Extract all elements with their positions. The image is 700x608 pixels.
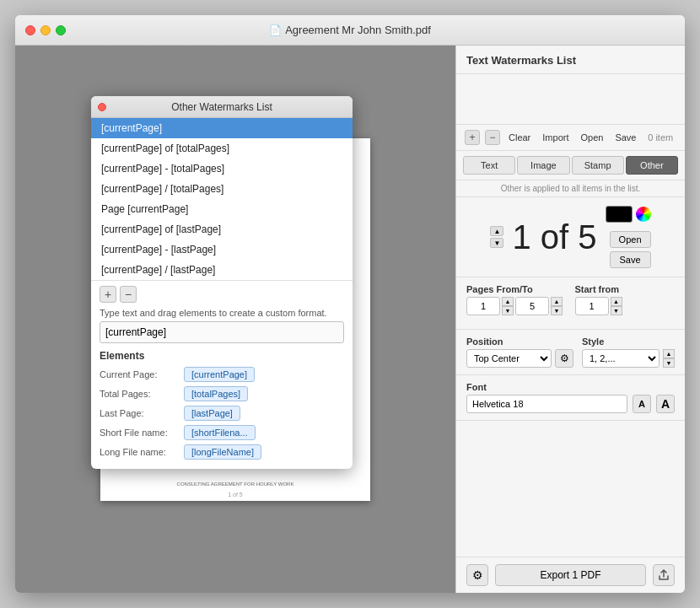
tab-image[interactable]: Image: [517, 156, 569, 175]
style-select[interactable]: 1, 2,... i, ii,... I, II,... a, b,...: [582, 349, 660, 368]
traffic-lights: [25, 25, 66, 35]
save-list-button[interactable]: Save: [611, 131, 639, 144]
dialog-bottom: + − Type text and drag elements to creat…: [91, 280, 353, 469]
element-label-1: Total Pages:: [100, 389, 184, 399]
element-tag-3[interactable]: [shortFilena...: [184, 425, 256, 440]
watermarks-dialog: Other Watermarks List [currentPage] [cur…: [91, 96, 353, 469]
save-button[interactable]: Save: [610, 251, 651, 268]
start-from-stepper: ▲ ▼: [611, 297, 622, 315]
watermark-item-7[interactable]: [currentPage] / [lastPage]: [91, 260, 353, 280]
element-row-1: Total Pages: [totalPages]: [100, 386, 344, 401]
export-pdf-button[interactable]: Export 1 PDF: [495, 564, 646, 586]
pages-from-to-group: Pages From/To ▲ ▼ ▲ ▼: [466, 284, 567, 315]
watermark-item-5[interactable]: [currentPage] of [lastPage]: [91, 219, 353, 239]
element-tag-0[interactable]: [currentPage]: [184, 367, 255, 382]
dialog-titlebar: Other Watermarks List: [91, 96, 353, 118]
panel-toolbar: + − Clear Import Open Save 0 item: [456, 125, 685, 151]
preview-decrement[interactable]: ▼: [490, 238, 503, 248]
element-tag-1[interactable]: [totalPages]: [184, 386, 248, 401]
open-save-buttons: Open Save: [610, 231, 651, 268]
start-from-up[interactable]: ▲: [611, 297, 622, 306]
dialog-toolbar-bottom: + −: [100, 286, 344, 303]
watermark-item-3[interactable]: [currentPage] / [totalPages]: [91, 179, 353, 199]
dialog-close-button[interactable]: [98, 103, 106, 111]
tab-stamp[interactable]: Stamp: [572, 156, 624, 175]
tab-text[interactable]: Text: [463, 156, 515, 175]
close-button[interactable]: [25, 25, 35, 35]
font-label: Font: [466, 382, 675, 392]
document-icon: 📄: [269, 24, 282, 36]
remove-item-button[interactable]: −: [485, 130, 500, 145]
start-from-group: Start from ▲ ▼: [575, 284, 676, 315]
start-from-down[interactable]: ▼: [611, 306, 622, 315]
elements-title: Elements: [100, 350, 344, 362]
open-list-button[interactable]: Open: [577, 131, 606, 144]
watermarks-list: [currentPage] [currentPage] of [totalPag…: [91, 118, 353, 280]
titlebar: 📄 Agreement Mr John Smith.pdf: [15, 15, 685, 46]
panel-empty-area: [456, 74, 685, 125]
main-window: 📄 Agreement Mr John Smith.pdf 1 of 5 Eff…: [15, 15, 685, 593]
item-count: 0 item: [644, 132, 676, 143]
font-name-display[interactable]: Helvetica 18: [466, 395, 627, 413]
color-swatch[interactable]: [606, 206, 633, 223]
import-button[interactable]: Import: [539, 131, 572, 144]
watermark-item-4[interactable]: Page [currentPage]: [91, 199, 353, 219]
export-bar: ⚙ Export 1 PDF: [456, 557, 685, 593]
color-wheel-button[interactable]: [636, 207, 651, 222]
element-label-0: Current Page:: [100, 369, 184, 379]
clear-button[interactable]: Clear: [505, 131, 534, 144]
element-tag-2[interactable]: [lastPage]: [184, 406, 240, 421]
start-from-input-row: ▲ ▼: [575, 297, 676, 315]
element-label-4: Long File name:: [100, 447, 184, 457]
font-row: Helvetica 18 A A: [466, 395, 675, 413]
preview-increment[interactable]: ▲: [490, 226, 503, 236]
font-section: Font Helvetica 18 A A: [456, 375, 685, 421]
element-label-3: Short File name:: [100, 428, 184, 438]
font-small-button[interactable]: A: [633, 395, 651, 413]
window-title: 📄 Agreement Mr John Smith.pdf: [269, 24, 431, 36]
export-gear-button[interactable]: ⚙: [466, 564, 488, 586]
element-label-2: Last Page:: [100, 408, 184, 418]
tab-row: Text Image Stamp Other: [456, 151, 685, 180]
preview-side: Open Save: [606, 206, 651, 268]
pages-to-input[interactable]: [515, 297, 549, 315]
preview-stepper: ▲ ▼: [490, 226, 503, 248]
pages-from-down[interactable]: ▼: [502, 306, 514, 315]
style-down[interactable]: ▼: [663, 358, 675, 368]
pages-to-stepper: ▲ ▼: [551, 297, 563, 315]
remove-watermark-button[interactable]: −: [120, 286, 137, 303]
maximize-button[interactable]: [56, 25, 66, 35]
font-large-button[interactable]: A: [656, 395, 675, 413]
position-gear-button[interactable]: ⚙: [555, 349, 573, 368]
minimize-button[interactable]: [40, 25, 51, 35]
share-icon: [658, 569, 670, 581]
position-select[interactable]: Top Center Top Left Top Right Center Bot…: [466, 349, 552, 368]
start-from-input[interactable]: [575, 297, 609, 315]
add-watermark-button[interactable]: +: [100, 286, 116, 303]
pages-to-up[interactable]: ▲: [551, 297, 563, 306]
share-button[interactable]: [653, 564, 675, 586]
format-input[interactable]: [100, 321, 344, 343]
pos-style-row: Position Top Center Top Left Top Right C…: [466, 336, 675, 368]
pages-from-input[interactable]: [466, 297, 500, 315]
watermark-item-0[interactable]: [currentPage]: [91, 118, 353, 138]
tab-hint: Other is applied to all items in the lis…: [456, 180, 685, 197]
style-select-row: 1, 2,... i, ii,... I, II,... a, b,... ▲ …: [582, 349, 675, 368]
panel-title: Text Watermarks List: [456, 46, 685, 74]
preview-text: 1 of 5: [512, 218, 596, 256]
pages-to-down[interactable]: ▼: [551, 306, 563, 315]
style-group: Style 1, 2,... i, ii,... I, II,... a, b,…: [582, 336, 675, 368]
watermark-item-6[interactable]: [currentPage] - [lastPage]: [91, 239, 353, 260]
pages-from-up[interactable]: ▲: [502, 297, 514, 306]
open-button[interactable]: Open: [610, 231, 651, 248]
element-row-3: Short File name: [shortFilena...: [100, 425, 344, 440]
style-up[interactable]: ▲: [663, 349, 675, 358]
watermark-item-1[interactable]: [currentPage] of [totalPages]: [91, 138, 353, 159]
tab-other[interactable]: Other: [626, 156, 678, 175]
add-item-button[interactable]: +: [465, 130, 480, 145]
pages-options-section: Pages From/To ▲ ▼ ▲ ▼: [456, 277, 685, 330]
watermark-item-2[interactable]: [currentPage] - [totalPages]: [91, 159, 353, 179]
right-panel: Text Watermarks List + − Clear Import Op…: [455, 46, 685, 593]
element-row-0: Current Page: [currentPage]: [100, 367, 344, 382]
element-tag-4[interactable]: [longFileName]: [184, 444, 261, 460]
